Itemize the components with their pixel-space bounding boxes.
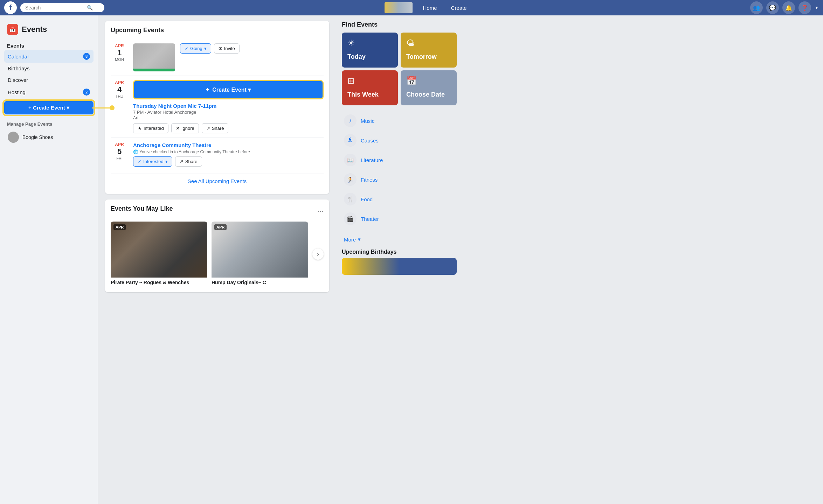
- search-input[interactable]: [25, 5, 85, 10]
- category-fitness[interactable]: 🏃 Fitness: [342, 170, 457, 189]
- event-actions-apr5: ✓ Interested ▾ ↗ Share: [133, 156, 324, 167]
- more-label: More: [344, 237, 356, 243]
- create-event-highlight-btn[interactable]: + Create Event ▾: [133, 80, 324, 99]
- today-card[interactable]: ☀ Today: [342, 33, 398, 68]
- facebook-logo[interactable]: f: [4, 1, 17, 14]
- food-icon: 🍴: [344, 193, 357, 205]
- invite-button[interactable]: ✉ Invite: [214, 43, 240, 54]
- nav-create-link[interactable]: Create: [448, 3, 470, 13]
- event-category-apr4: Art: [133, 115, 324, 120]
- category-causes[interactable]: 🎗 Causes: [342, 131, 457, 150]
- event-date-apr4: APR 4 THU: [111, 80, 128, 133]
- search-icon: 🔍: [87, 5, 93, 10]
- today-label: Today: [347, 53, 392, 61]
- sidebar-calendar-label: Calendar: [8, 54, 29, 59]
- search-bar[interactable]: 🔍: [20, 3, 104, 12]
- interested-button-apr4[interactable]: ★ Interested: [133, 123, 168, 133]
- boogie-shoes-avatar: [8, 132, 19, 143]
- pirate-party-card[interactable]: APR Pirate Party ~ Rogues & Wenches: [111, 222, 207, 287]
- category-music[interactable]: ♪ Music: [342, 111, 457, 131]
- ignore-button[interactable]: ✕ Ignore: [171, 123, 199, 133]
- create-event-button[interactable]: + Create Event ▾: [4, 101, 94, 114]
- hump-day-month-label: APR: [214, 224, 227, 230]
- event-date-apr5: APR 5 FRI: [111, 142, 128, 167]
- causes-label: Causes: [361, 138, 379, 144]
- event-month-apr4: APR: [111, 80, 128, 85]
- x-icon: ✕: [176, 126, 180, 131]
- food-label: Food: [361, 196, 373, 202]
- plus-icon: +: [206, 86, 210, 93]
- events-like-title: Events You May Like: [111, 205, 173, 212]
- messenger-icon[interactable]: 💬: [766, 1, 779, 14]
- event-title-apr4[interactable]: Thursday Night Open Mic 7-11pm: [133, 103, 324, 109]
- today-icon: ☀: [347, 38, 355, 48]
- event-details-apr4: Thursday Night Open Mic 7-11pm 7 PM · Av…: [133, 103, 324, 133]
- see-all-link[interactable]: See All Upcoming Events: [111, 174, 324, 188]
- sidebar-item-calendar[interactable]: Calendar 8: [4, 50, 94, 63]
- category-food[interactable]: 🍴 Food: [342, 189, 457, 209]
- interested-label-apr4: Interested: [144, 126, 164, 131]
- notifications-icon[interactable]: 🔔: [782, 1, 795, 14]
- this-week-icon: ⊞: [347, 76, 354, 86]
- this-week-card[interactable]: ⊞ This Week: [342, 70, 398, 105]
- sidebar-header: 📅 Events: [4, 21, 94, 41]
- theater-icon: 🎬: [344, 212, 357, 225]
- category-theater[interactable]: 🎬 Theater: [342, 209, 457, 229]
- share-icon: ↗: [206, 126, 210, 131]
- band-image-bg: [212, 222, 308, 278]
- pirate-party-image: APR: [111, 222, 207, 278]
- event-day-apr5: 5: [111, 147, 128, 156]
- hosting-badge: 2: [83, 89, 90, 96]
- sidebar-birthdays-label: Birthdays: [8, 65, 30, 71]
- event-actions-apr1: ✓ Going ▾ ✉ Invite: [180, 43, 324, 54]
- carousel-next-arrow[interactable]: ›: [312, 222, 324, 287]
- upcoming-events-title: Upcoming Events: [111, 27, 324, 34]
- sidebar-item-discover[interactable]: Discover: [4, 74, 94, 86]
- category-literature[interactable]: 📖 Literature: [342, 150, 457, 170]
- friends-icon[interactable]: 👥: [750, 1, 763, 14]
- nav-home-link[interactable]: Home: [420, 3, 441, 13]
- hump-day-image: APR: [212, 222, 308, 278]
- interested-label-apr5: Interested: [143, 159, 164, 164]
- calendar-badge: 8: [83, 53, 90, 60]
- events-like-more-icon[interactable]: ⋯: [317, 208, 324, 215]
- time-filter-grid: ☀ Today 🌤 Tomorrow ⊞ This Week 📅 Choose …: [342, 33, 457, 105]
- help-icon[interactable]: ❓: [798, 1, 811, 14]
- event-image-bg: [133, 43, 175, 71]
- topnav-center-links: Home Create: [104, 2, 750, 13]
- sidebar-item-birthdays[interactable]: Birthdays: [4, 63, 94, 74]
- choose-date-card[interactable]: 📅 Choose Date: [401, 70, 457, 105]
- checkin-msg: 🌐 You've checked in to Anchorage Communi…: [133, 149, 324, 154]
- boogie-shoes-page-item[interactable]: Boogie Shoes: [4, 129, 94, 146]
- sidebar-hosting-label: Hosting: [8, 89, 26, 95]
- going-button[interactable]: ✓ Going ▾: [180, 43, 211, 54]
- interested-button-apr5[interactable]: ✓ Interested ▾: [133, 156, 172, 167]
- tomorrow-card[interactable]: 🌤 Tomorrow: [401, 33, 457, 68]
- event-month-apr5: APR: [111, 142, 128, 147]
- account-caret-icon[interactable]: ▼: [815, 5, 819, 10]
- events-you-may-like-card: Events You May Like ⋯ APR Pirate Party ~…: [105, 200, 329, 292]
- event-item-apr1: APR 1 MON ✓ Going ▾: [111, 39, 324, 76]
- event-actions-apr4: ★ Interested ✕ Ignore ↗ Share: [133, 123, 324, 133]
- sidebar-item-hosting[interactable]: Hosting 2: [4, 86, 94, 98]
- events-like-grid: APR Pirate Party ~ Rogues & Wenches APR …: [111, 222, 324, 287]
- event-image-apr1: [133, 43, 175, 71]
- hump-day-card-info: Hump Day Originals– C: [212, 278, 308, 287]
- more-categories-link[interactable]: More ▾: [342, 234, 457, 245]
- event-details-apr1: ✓ Going ▾ ✉ Invite: [180, 43, 324, 71]
- right-sidebar: Find Events ☀ Today 🌤 Tomorrow ⊞ This We…: [336, 15, 462, 504]
- hump-day-card[interactable]: APR Hump Day Originals– C: [212, 222, 308, 287]
- fitness-icon: 🏃: [344, 173, 357, 186]
- event-item-apr4: APR 4 THU + Create Event ▾ Thursday Nigh…: [111, 76, 324, 138]
- music-icon: ♪: [344, 114, 357, 127]
- main-content: Upcoming Events APR 1 MON ✓ Going: [98, 15, 336, 504]
- share-label-apr4: Share: [212, 126, 224, 131]
- events-like-header: Events You May Like ⋯: [111, 205, 324, 217]
- page-body: 📅 Events Events Calendar 8 Birthdays Dis…: [0, 15, 823, 504]
- share-button-apr4[interactable]: ↗ Share: [202, 123, 229, 133]
- share-button-apr5[interactable]: ↗ Share: [175, 156, 202, 167]
- going-label: Going: [190, 46, 202, 51]
- event-title-apr5[interactable]: Anchorage Community Theatre: [133, 142, 324, 148]
- music-label: Music: [361, 118, 374, 124]
- event-green-bar: [133, 69, 175, 71]
